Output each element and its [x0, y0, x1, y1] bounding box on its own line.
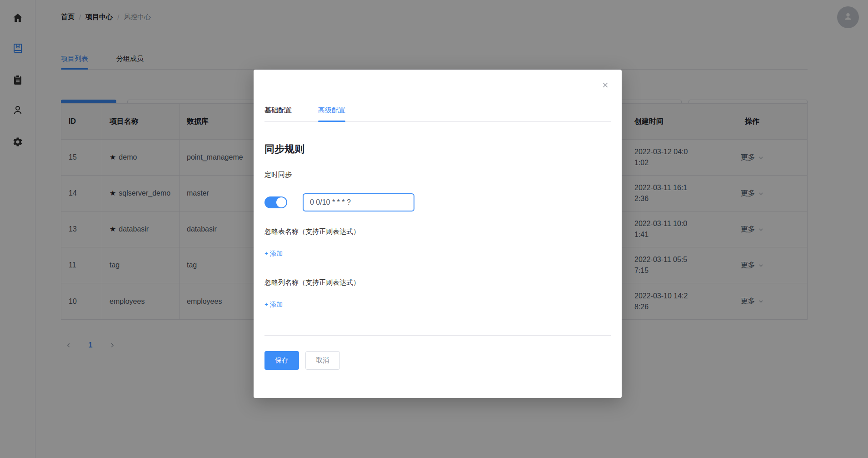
tab-basic-config[interactable]: 基础配置 — [264, 106, 292, 121]
scheduled-sync-label: 定时同步 — [264, 171, 292, 179]
add-ignore-column-link[interactable]: + 添加 — [264, 301, 283, 309]
close-icon[interactable] — [601, 81, 610, 90]
sync-rules-heading: 同步规则 — [264, 142, 304, 156]
scheduled-sync-toggle[interactable] — [264, 196, 287, 208]
modal-divider — [264, 335, 611, 336]
cron-row — [264, 193, 414, 211]
ignore-column-label: 忽略列名称（支持正则表达式） — [264, 278, 360, 287]
tab-advanced-config[interactable]: 高级配置 — [318, 106, 345, 121]
sync-config-modal: 基础配置 高级配置 同步规则 定时同步 忽略表名称（支持正则表达式） + 添加 … — [254, 70, 622, 398]
modal-footer: 保存 取消 — [264, 351, 340, 370]
modal-tabs: 基础配置 高级配置 — [264, 106, 611, 122]
toggle-knob — [276, 197, 286, 207]
add-ignore-table-link[interactable]: + 添加 — [264, 250, 283, 258]
save-button[interactable]: 保存 — [264, 351, 299, 370]
cron-expression-input[interactable] — [303, 193, 414, 211]
cancel-button[interactable]: 取消 — [305, 351, 340, 370]
ignore-table-label: 忽略表名称（支持正则表达式） — [264, 227, 360, 236]
